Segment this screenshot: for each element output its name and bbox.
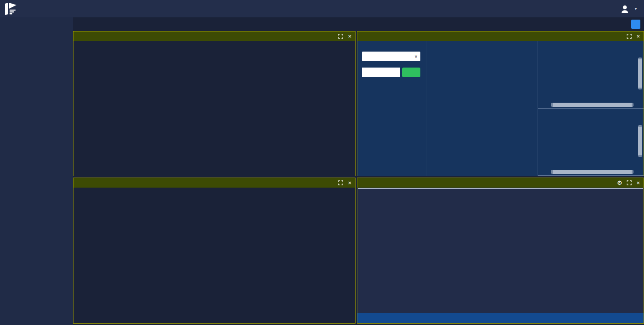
close-icon[interactable]: ×: [348, 33, 351, 39]
anti-collision-distance-input[interactable]: [362, 68, 400, 77]
plan-view-plot: [538, 41, 644, 109]
close-icon[interactable]: ×: [636, 33, 640, 39]
close-icon[interactable]: ×: [348, 180, 351, 186]
expand-icon[interactable]: [627, 34, 632, 39]
logo-icon: [5, 3, 17, 15]
adjacent-well-select[interactable]: ∨: [362, 52, 420, 61]
connection-status-bar: [357, 313, 644, 323]
user-avatar-icon: [620, 5, 629, 13]
horizontal-slider[interactable]: [551, 170, 634, 174]
app-header: ▼: [0, 0, 644, 17]
panel-grid: × ×: [73, 31, 644, 324]
user-menu[interactable]: ▼: [620, 5, 638, 13]
sidebar: [0, 17, 73, 325]
panel-titlebar: ⚙ ×: [357, 178, 644, 188]
realtime-params-table: [358, 188, 643, 189]
panel-titlebar: ×: [73, 178, 355, 188]
panel-titlebar: ×: [73, 31, 355, 41]
save-template-button[interactable]: [631, 20, 640, 29]
vertical-slider[interactable]: [638, 58, 642, 89]
expand-icon[interactable]: [338, 34, 343, 39]
expand-icon[interactable]: [338, 180, 343, 185]
chevron-down-icon: ▼: [634, 7, 638, 11]
close-icon[interactable]: ×: [636, 180, 640, 186]
gear-icon[interactable]: ⚙: [617, 180, 623, 186]
trajectory-3d-view: [426, 41, 538, 176]
layout-toolbar: [73, 17, 644, 31]
trajectory-info: ∨: [357, 41, 426, 176]
horizontal-slider[interactable]: [551, 103, 634, 107]
chevron-down-icon: ∨: [414, 54, 418, 59]
panel-time-log-weih100: ×: [73, 31, 356, 176]
panel-time-log-xxwell: ×: [73, 178, 356, 324]
vertical-section-plot: [538, 109, 644, 176]
save-button[interactable]: [402, 68, 420, 77]
trajectory-2d-views: [538, 41, 644, 176]
expand-icon[interactable]: [627, 180, 632, 185]
vertical-slider[interactable]: [638, 125, 642, 157]
shenkai-logo: [5, 3, 20, 15]
panel-realtime-params: ⚙ ×: [357, 178, 644, 324]
panel-well-trajectory: × ∨: [357, 31, 644, 176]
panel-titlebar: ×: [357, 31, 644, 41]
